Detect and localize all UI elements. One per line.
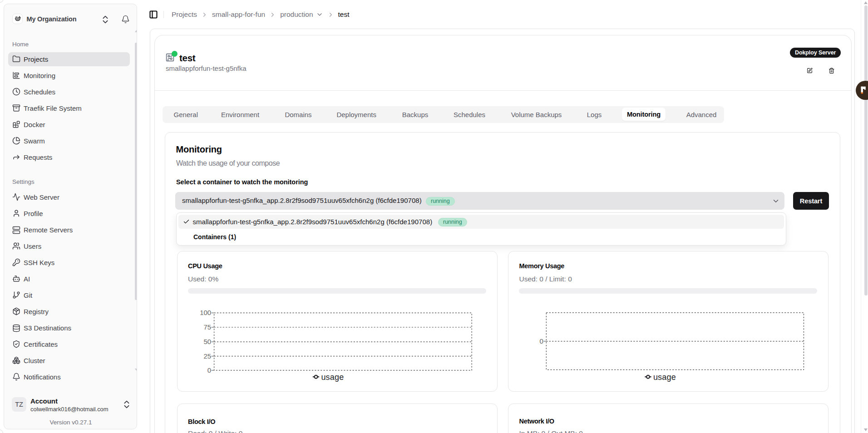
svg-text:usage: usage: [653, 373, 676, 382]
svg-text:50: 50: [204, 338, 212, 345]
svg-text:0: 0: [540, 337, 543, 345]
svg-text:100: 100: [200, 310, 211, 316]
svg-text:usage: usage: [321, 373, 344, 382]
svg-text:0: 0: [207, 366, 211, 374]
svg-text:25: 25: [204, 352, 212, 360]
svg-text:75: 75: [204, 323, 212, 331]
